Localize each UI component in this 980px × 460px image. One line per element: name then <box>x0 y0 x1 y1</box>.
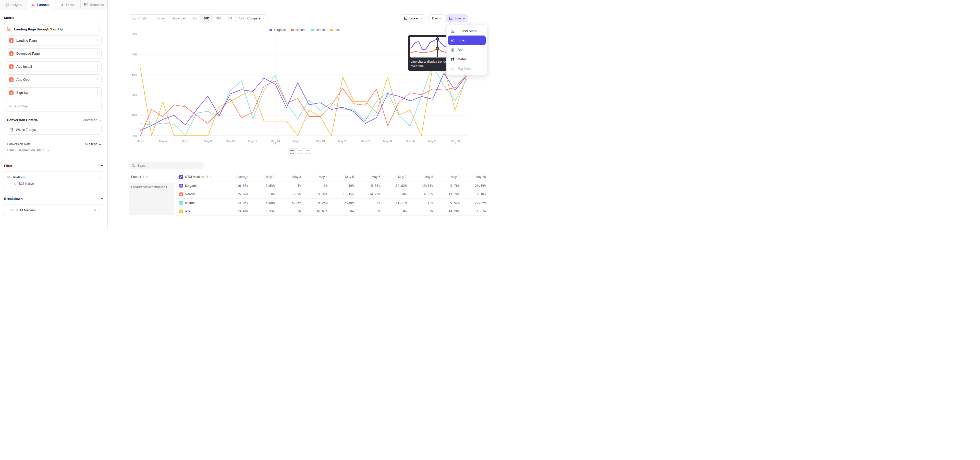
funnel-step-row[interactable]: 4App Open <box>6 74 102 85</box>
menu-item-metric[interactable]: Metric <box>448 54 486 64</box>
svg-text:40%: 40% <box>132 53 137 56</box>
legend-item[interactable]: sidebar <box>291 28 305 32</box>
series-checkbox[interactable] <box>179 192 183 196</box>
layout-chart-button[interactable] <box>296 149 304 156</box>
step-label: App Open <box>16 78 93 81</box>
table-cell: 9.52% <box>433 201 460 205</box>
legend-item[interactable]: ads <box>330 28 339 32</box>
select-all-checkbox[interactable] <box>179 175 183 179</box>
table-cell: 0% <box>248 192 275 196</box>
add-step-button[interactable]: Add Step <box>6 101 102 112</box>
string-type-icon: Aa <box>7 175 11 179</box>
advanced-dropdown[interactable]: Advanced <box>83 118 100 122</box>
step-kebab-menu[interactable] <box>96 38 98 43</box>
funnel-column-header[interactable]: Funnel 1 <box>129 175 179 179</box>
metric-card-header[interactable]: Landing Page through Sign Up <box>3 23 104 35</box>
breakdown-property[interactable]: UTM Medium <box>16 208 92 212</box>
column-header-may-10[interactable]: May 10 <box>460 175 486 179</box>
step-kebab-menu[interactable] <box>96 64 98 69</box>
tab-flows[interactable]: Flows <box>54 0 81 9</box>
range-6m[interactable]: 6M <box>224 14 235 22</box>
filter-segment-label: Filter + Segment on Step 1 <box>7 149 45 152</box>
conversion-window-row[interactable]: Within 7 days <box>6 125 102 135</box>
filter-operator[interactable]: Is <box>14 182 16 185</box>
table-search[interactable] <box>129 162 204 169</box>
search-input[interactable] <box>137 164 200 168</box>
menu-item-funnel-steps[interactable]: Funnel Steps <box>448 26 486 35</box>
layout-split-button[interactable] <box>288 149 296 156</box>
step-kebab-menu[interactable] <box>96 77 98 82</box>
range-custom[interactable]: Custom <box>129 14 153 22</box>
table-row[interactable]: $organic16.03%2.63%5%8%10%5.36%12.82%19.… <box>129 181 486 190</box>
range-label: 7D <box>192 17 197 20</box>
series-checkbox[interactable] <box>179 184 183 188</box>
column-header-may-8[interactable]: May 8 <box>407 175 433 179</box>
table-cell: 2.63% <box>248 184 275 188</box>
column-header-may-2[interactable]: May 2 <box>248 175 275 179</box>
drag-handle-icon[interactable] <box>5 209 7 211</box>
annotation-badge[interactable]: 1 <box>453 141 457 145</box>
column-header-may-5[interactable]: May 5 <box>328 175 354 179</box>
funnel-step-row[interactable]: 3App Install <box>6 61 102 72</box>
filter-kebab-menu[interactable] <box>99 174 101 180</box>
tab-retention[interactable]: Retention <box>81 0 107 9</box>
breakdown-column-header[interactable]: UTM Medium 4 <box>179 175 221 179</box>
range-today[interactable]: Today <box>153 14 168 22</box>
scale-dropdown[interactable]: Linear <box>400 14 425 22</box>
series-checkbox[interactable] <box>179 209 183 213</box>
column-header-may-6[interactable]: May 6 <box>354 175 380 179</box>
legend-swatch <box>311 29 313 31</box>
annotation-badge[interactable]: 1 <box>273 141 277 145</box>
funnel-step-row[interactable]: 5Sign Up <box>6 88 102 98</box>
range-7d[interactable]: 7D <box>189 14 200 22</box>
breakdown-card: Aa UTM Medium <box>3 204 104 216</box>
filter-property[interactable]: Platform <box>13 175 96 179</box>
legend-item[interactable]: $organic <box>269 28 286 32</box>
granularity-dropdown[interactable]: Day <box>428 14 445 22</box>
range-label: 3M <box>216 17 221 20</box>
filter-value[interactable]: iOS Native <box>19 182 34 185</box>
metric-kebab-menu[interactable] <box>99 27 101 32</box>
metric-section-label: Metric <box>4 16 103 20</box>
table-cell: 6.06% <box>407 192 433 196</box>
column-header-may-7[interactable]: May 7 <box>380 175 407 179</box>
breakdown-section-label: Breakdown <box>4 197 23 201</box>
svg-text:May 24: May 24 <box>383 139 392 142</box>
table-row[interactable]: sidebar15.92%0%12.9%9.38%15.15%14.29%10%… <box>129 190 486 199</box>
table-cell: 0% <box>354 209 380 213</box>
series-checkbox[interactable] <box>179 201 183 205</box>
all-steps-dropdown[interactable]: All Steps <box>85 142 100 146</box>
range-30d[interactable]: 30D <box>200 14 213 22</box>
tab-funnels[interactable]: Funnels <box>27 0 54 9</box>
funnel-step-row[interactable]: 2Download Page <box>6 48 102 59</box>
table-row[interactable]: ads13.91%33.33%0%16.67%0%0%0%0%14.29%16.… <box>129 207 486 216</box>
column-header-may-3[interactable]: May 3 <box>275 175 301 179</box>
column-header-average[interactable]: Average <box>221 175 248 179</box>
step-kebab-menu[interactable] <box>96 51 98 56</box>
column-header-may-9[interactable]: May 9 <box>433 175 460 179</box>
step-number-badge: 2 <box>9 51 14 56</box>
table-cell: 6.25% <box>301 201 328 205</box>
add-filter-button[interactable] <box>101 163 103 168</box>
range-3m[interactable]: 3M <box>213 14 224 22</box>
breakdown-kebab-menu[interactable] <box>99 208 101 212</box>
funnel-group-cell[interactable]: Product Viewed through P... <box>129 183 174 215</box>
range-yesterday[interactable]: Yesterday <box>168 14 189 22</box>
report-main: CustomTodayYesterday7D30D3M6M12M Compare… <box>108 0 490 230</box>
funnel-step-row[interactable]: 1Landing Page <box>6 35 102 46</box>
step-kebab-menu[interactable] <box>96 90 98 95</box>
table-row[interactable]: search14.85%5.88%5.26%6.25%5.56%0%11.11%… <box>129 198 486 207</box>
add-breakdown-button[interactable] <box>101 196 103 201</box>
filter-segment-dropdown[interactable]: Filter + Segment on Step 1 <box>7 149 100 152</box>
breakdown-column-count: 4 <box>206 175 208 179</box>
menu-item-bar[interactable]: Bar <box>448 45 486 54</box>
menu-item-line[interactable]: Line <box>448 35 486 45</box>
compare-button[interactable]: Compare <box>244 14 267 22</box>
layout-table-button[interactable] <box>304 149 312 156</box>
chart-type-dropdown[interactable]: Line <box>445 14 468 22</box>
remove-breakdown-icon[interactable] <box>94 208 97 212</box>
tab-insights[interactable]: Insights <box>0 0 27 9</box>
string-type-icon: Aa <box>10 208 14 212</box>
legend-item[interactable]: search <box>311 28 325 32</box>
column-header-may-4[interactable]: May 4 <box>301 175 328 179</box>
